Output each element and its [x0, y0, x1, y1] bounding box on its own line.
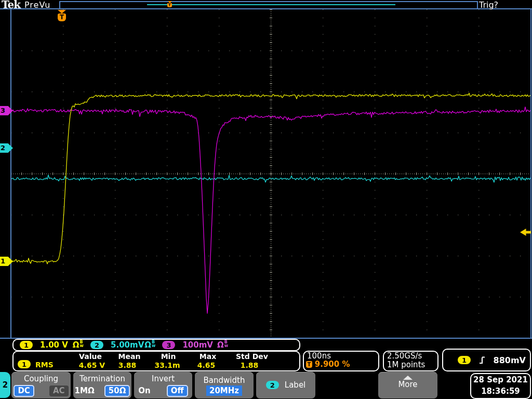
ch2-impedance: Ω: [144, 340, 151, 350]
trigger-position-percent: 9.900 %: [315, 360, 350, 369]
acquisition-readout: 2.50GS/s 1M points: [383, 351, 438, 371]
oscilloscope-screen: Tek PreVu T Trig? T 3 2 1 1 1.00 V Ω Bw …: [0, 0, 532, 399]
meas-type: RMS: [35, 361, 54, 369]
trigger-source-badge: 1: [458, 356, 471, 364]
acquisition-mode-label: PreVu: [24, 0, 50, 10]
bandwidth-value[interactable]: 20MHz: [206, 385, 242, 396]
rising-edge-icon: [478, 355, 486, 365]
meas-header-max: Max: [200, 352, 216, 361]
ch2-badge: 2: [90, 341, 103, 349]
meas-header-stddev: Std Dev: [236, 352, 268, 361]
meas-min: 33.1m: [154, 361, 180, 369]
more-button[interactable]: More: [378, 372, 437, 398]
invert-button[interactable]: Invert On Off: [134, 372, 192, 398]
ch3-impedance: Ω: [217, 340, 224, 350]
invert-on-option[interactable]: On: [138, 385, 150, 397]
meas-value: 4.65 V: [79, 361, 105, 369]
record-trigger-position-icon: T: [167, 1, 172, 7]
record-length: 1M points: [387, 361, 437, 369]
meas-source-badge: 1: [18, 360, 31, 368]
ch1-badge: 1: [20, 341, 33, 349]
graticule-canvas: [0, 0, 532, 341]
record-waveform-line: [147, 4, 395, 5]
ch1-impedance: Ω: [73, 340, 79, 350]
time-label: 18:36:59: [471, 385, 530, 397]
tek-logo: Tek: [2, 0, 20, 11]
invert-off-option[interactable]: Off: [167, 385, 188, 397]
trigger-readout: 1 880mV: [442, 349, 531, 371]
ch2-bw-limit-icon: Bw: [152, 340, 155, 348]
chevron-up-icon: [403, 376, 413, 380]
termination-50ohm-option[interactable]: 50Ω: [104, 385, 130, 397]
trigger-status-label: Trig?: [479, 0, 498, 10]
meas-max: 4.65: [197, 361, 216, 369]
datetime-display: 28 Sep 2021 18:36:59: [470, 373, 531, 399]
ch1-scale: 1.00 V: [40, 340, 68, 350]
label-button[interactable]: 2 Label: [256, 372, 315, 398]
coupling-dc-option[interactable]: DC: [14, 385, 34, 397]
channel-scale-bar: 1 1.00 V Ω Bw 2 5.00mV Ω Bw 3 100mV Ω Bw: [12, 339, 300, 351]
trigger-position-marker: T: [57, 10, 66, 21]
record-view-bar: T: [59, 1, 478, 9]
termination-button[interactable]: Termination 1MΩ 50Ω: [73, 372, 131, 398]
date-label: 28 Sep 2021: [471, 374, 530, 385]
termination-1mohm-option[interactable]: 1MΩ: [75, 385, 95, 397]
meas-stddev: 1.88: [241, 361, 259, 369]
triangle-down-icon: [58, 10, 66, 14]
trigger-t-icon: T: [306, 361, 312, 368]
trigger-level: 880mV: [494, 355, 526, 365]
measurement-panel: Value Mean Min Max Std Dev 1 RMS 4.65 V …: [12, 351, 300, 371]
meas-mean: 3.88: [118, 361, 137, 369]
horizontal-readout: 100ns T 9.900 %: [303, 351, 379, 371]
meas-header-value: Value: [79, 352, 102, 361]
menu-channel-tab[interactable]: 2: [0, 372, 10, 398]
meas-header-min: Min: [161, 352, 176, 361]
ch3-badge: 3: [162, 341, 175, 349]
coupling-ac-option[interactable]: AC: [49, 385, 69, 396]
ch3-scale: 100mV: [182, 340, 213, 350]
ch3-bw-limit-icon: Bw: [224, 340, 228, 348]
ch2-scale: 5.00mV: [111, 340, 144, 350]
label-channel-badge: 2: [266, 381, 279, 389]
ch1-bw-limit-icon: Bw: [80, 340, 84, 348]
meas-header-mean: Mean: [118, 352, 141, 361]
bandwidth-button[interactable]: Bandwidth 20MHz: [195, 372, 254, 398]
sample-rate: 2.50GS/s: [387, 352, 437, 361]
coupling-button[interactable]: Coupling DC AC: [11, 372, 71, 398]
